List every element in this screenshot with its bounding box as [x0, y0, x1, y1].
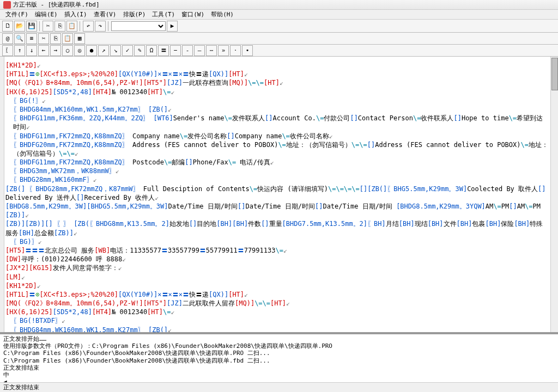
editor-line[interactable]: 〖BHDG84mm,WK160mm,WK1.5mm,K27mm〗 [ZB(]↙ [13, 326, 548, 332]
separator [39, 21, 40, 31]
vertical-scrollbar[interactable] [550, 57, 558, 332]
editor-line[interactable]: [MQ(《FQ2》B+84mm。10mm(6,54),PZ-W!][HT5"][… [5, 299, 548, 308]
menu-tools[interactable]: 工具(T) [150, 10, 177, 19]
raquo-icon[interactable]: » [218, 45, 229, 56]
editor-line[interactable]: 〖BHDFG11mm,FK36mm。2ZQ,K44mm。2ZQ〗 [WT6]Se… [13, 114, 548, 131]
editor-line[interactable]: 〖BHDG28mm,WK160mmF〗↙ [13, 175, 548, 184]
output-line: 正文发排结束 [3, 364, 555, 371]
editor-line[interactable]: [ZB)][ZB)][] 〖〗 [ZB(〖BHDG8mm,K13.5mm。2]始… [5, 219, 548, 237]
gutter [0, 57, 4, 332]
toolbar-symbols: 〖 ↑ ↓ ← → ○ ◎ ● ↗ ↘ ✓ ✎ Ω 〓 − ‐ – ⋯ » · … [0, 45, 558, 57]
editor-line[interactable]: [HT1L]〓⊙[XC<f13.eps>;%20%20][QX(Y10#)]×〓… [5, 70, 548, 78]
editor-line[interactable]: 〖BG)〗↙ [13, 237, 548, 246]
font-combo[interactable] [111, 21, 166, 31]
editor-line[interactable]: [JX*2][KG15]发件人同意背书签字：↙ [5, 264, 548, 272]
toolbar-secondary: @ 🔍 ≡ ✂ ⎘ 📋 ▦ [0, 33, 558, 45]
new-file-button[interactable]: 🗋 [2, 21, 13, 32]
dash2-icon[interactable]: – [194, 45, 205, 56]
cut-button[interactable]: ✂ [43, 21, 53, 32]
editor-line[interactable]: 〖BHDFG11mm,FK72mmZQ,K88mmZQ〗 Postcode\=邮… [13, 158, 548, 167]
dash3-icon[interactable]: ⋯ [206, 45, 217, 56]
minus-icon[interactable]: − [170, 45, 181, 56]
pen-icon[interactable]: ✎ [134, 45, 145, 56]
editor-line[interactable]: [HX(6,16)25][SD5*2,48][HT4]№ 0012340[HT]… [5, 88, 548, 96]
statusbar: 正文发排结束 [0, 382, 558, 392]
at-icon[interactable]: @ [2, 33, 13, 44]
editor-line[interactable]: 〖BHDFG11mm,FK72mmZQ,K88mmZQ〗 Company nam… [13, 132, 548, 140]
output-line: ◀ [3, 378, 555, 382]
editor-line[interactable]: [ZB(] 〖BHDG28mm,FK72mmZQ，K87mmW〗 Full De… [5, 185, 548, 202]
align-button[interactable]: ≡ [26, 33, 37, 44]
run-typeset-button[interactable]: ▶ [167, 21, 178, 32]
diag2-icon[interactable]: ↘ [110, 45, 121, 56]
editor-line[interactable]: [DW]寻呼：(010)22446600 呼 8888↙ [5, 255, 548, 264]
output-line: 正文发排开始…… [3, 335, 555, 342]
paste-button[interactable]: 📋 [66, 21, 77, 32]
check-icon[interactable]: ✓ [122, 45, 133, 56]
output-panel[interactable]: 正文发排开始……使用排版参数文件（PRO文件）：C:\Program Files… [0, 333, 558, 382]
editor-line[interactable]: 〖BHDFG20mm,FK72mmZQ,K88mmZQ〗 Address (FE… [13, 140, 548, 158]
menu-file[interactable]: 文件(F) [3, 10, 31, 19]
editor-line[interactable]: [KH1*2D]↙ [5, 281, 548, 290]
menu-window[interactable]: 窗口(W) [179, 10, 207, 19]
save-button[interactable]: 💾 [26, 21, 37, 32]
bullet-icon[interactable]: • [242, 45, 253, 56]
output-line: C:\Program Files (x86)\Founder\BookMaker… [3, 350, 555, 357]
menubar: 文件(F) 编辑(E) 插入(I) 查看(V) 排版(P) 工具(T) 窗口(W… [0, 10, 558, 20]
toolbar-main: 🗋 📂 💾 ✂ ⎘ 📋 ↶ ↷ ▶ [0, 20, 558, 33]
copy2-button[interactable]: ⎘ [50, 33, 61, 44]
editor-line[interactable]: 〖BG(!〗↙ [13, 96, 548, 105]
dot-icon[interactable]: · [230, 45, 241, 56]
window-title: 方正书版 - [快递四联单.fbd] [13, 1, 100, 9]
status-text: 正文发排结束 [3, 383, 39, 391]
app-icon [3, 1, 11, 9]
circle1-icon[interactable]: ○ [62, 45, 73, 56]
redo-button[interactable]: ↷ [95, 21, 106, 32]
equals-icon[interactable]: 〓 [158, 45, 169, 56]
scroll-thumb[interactable] [551, 58, 558, 90]
editor-line[interactable]: 〖BG(!BTXDF〗↙ [13, 316, 548, 325]
editor-line[interactable]: [KH1*2D]↙ [5, 61, 548, 70]
editor-line[interactable]: 〖BHDG3mm,WK72mm，WK88mmW〗↙ [13, 167, 548, 175]
menu-insert[interactable]: 插入(I) [62, 10, 89, 19]
undo-button[interactable]: ↶ [83, 21, 94, 32]
output-line: 中 [3, 371, 555, 378]
editor-line[interactable]: [HT5]〓〓〓北京总公司 服务[WB]电话：11335577〓33557799… [5, 246, 548, 255]
editor-line[interactable]: 〖BHDG84mm,WK160mm,WK1.5mm,K27mm〗 [ZB(]↙ [13, 105, 548, 114]
separator [108, 21, 109, 31]
diag1-icon[interactable]: ↗ [98, 45, 109, 56]
output-line: 使用排版参数文件（PRO文件）：C:\Program Files (x86)\F… [3, 342, 555, 350]
editor-pane: [KH1*2D]↙[HT1L]〓⊙[XC<f13.eps>;%20%20][QX… [0, 57, 558, 333]
editor-line[interactable]: [HX(6,16)25][SD5*2,48][HT4]№ 0012340[HT]… [5, 308, 548, 316]
arrow-right-icon[interactable]: → [50, 45, 61, 56]
menu-typeset[interactable]: 排版(P) [121, 10, 148, 19]
paste2-button[interactable]: 📋 [62, 33, 73, 44]
open-file-button[interactable]: 📂 [14, 21, 25, 32]
circle2-icon[interactable]: ◎ [74, 45, 85, 56]
circle3-icon[interactable]: ● [86, 45, 97, 56]
editor-line[interactable]: [LM]↙ [5, 273, 548, 281]
omega-icon[interactable]: Ω [146, 45, 157, 56]
grid-button[interactable]: ▦ [74, 33, 85, 44]
dash1-icon[interactable]: ‐ [182, 45, 193, 56]
code-editor[interactable]: [KH1*2D]↙[HT1L]〓⊙[XC<f13.eps>;%20%20][QX… [4, 57, 550, 332]
copy-button[interactable]: ⎘ [54, 21, 65, 32]
find-button[interactable]: 🔍 [14, 33, 25, 44]
menu-help[interactable]: 帮助(H) [209, 10, 236, 19]
menu-edit[interactable]: 编辑(E) [33, 10, 60, 19]
arrow-up-icon[interactable]: ↑ [14, 45, 25, 56]
separator [80, 21, 81, 31]
arrow-left-icon[interactable]: ← [38, 45, 49, 56]
menu-view[interactable]: 查看(V) [92, 10, 119, 19]
editor-line[interactable]: [MQ(《FQ1》B+84mm。10mm(6,54),PZ-W!][HT5"][… [5, 78, 548, 87]
titlebar: 方正书版 - [快递四联单.fbd] [0, 0, 558, 10]
editor-line[interactable]: [BHDG8.5mm,K29mm。3W][BHDG5.5mm,K29mm。3W]… [5, 202, 548, 219]
cut2-button[interactable]: ✂ [38, 33, 49, 44]
arrow-down-icon[interactable]: ↓ [26, 45, 37, 56]
bracket-open-icon[interactable]: 〖 [2, 45, 13, 56]
editor-line[interactable]: [HT1L]〓⊙[XC<f13.eps>;%20%20][QX(Y10#)]×〓… [5, 290, 548, 299]
output-line: C:\Program Files (x86)\Founder\BookMaker… [3, 357, 555, 364]
